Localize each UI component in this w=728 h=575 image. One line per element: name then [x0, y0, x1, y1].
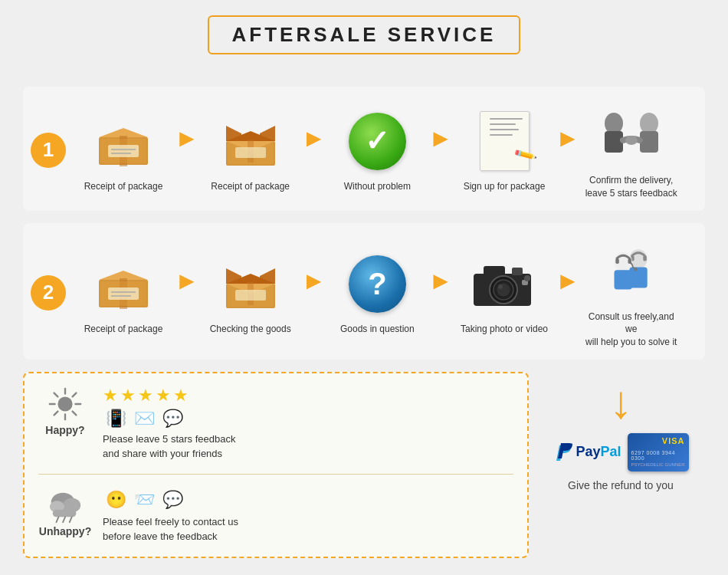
- star-3: ★: [138, 386, 153, 406]
- svg-line-60: [73, 412, 77, 416]
- svg-rect-43: [512, 268, 523, 275]
- step2-arrow-2: ►: [302, 267, 326, 295]
- step2-item-2: Checking the goods: [201, 249, 300, 336]
- down-arrow-icon: ↓: [609, 380, 632, 426]
- star-2: ★: [120, 386, 136, 406]
- svg-point-15: [605, 113, 623, 134]
- cloud-rain-icon: [47, 487, 84, 524]
- unhappy-left: Unhappy?: [38, 487, 92, 537]
- svg-rect-34: [235, 290, 266, 301]
- svg-rect-50: [614, 270, 631, 289]
- unhappy-contact-icons: 😶 📨 💬: [106, 490, 513, 510]
- step1-label-1: Receipt of package: [84, 180, 163, 193]
- step2-arrow-1: ►: [175, 267, 199, 295]
- stars-row: ★ ★ ★ ★ ★: [103, 386, 513, 406]
- step1-label-5: Confirm the delivery, leave 5 stars feed…: [585, 174, 677, 200]
- green-check-icon: ✓: [343, 107, 412, 176]
- paypal-text: Pay: [576, 444, 600, 460]
- arrow-1: ►: [175, 124, 199, 153]
- wechat-icon: 💬: [162, 490, 183, 510]
- step1-section: 1: [23, 87, 705, 211]
- svg-line-59: [54, 393, 58, 397]
- step2-item-4: Taking photo or video: [454, 249, 554, 336]
- svg-point-40: [497, 283, 510, 297]
- refund-box: ↓ PayPal VISA 6297 0008 3944 0300 PSYCHE…: [536, 372, 705, 558]
- step1-item-1: Receipt of package: [74, 107, 173, 193]
- happy-contact-icons: 📳 ✉️ 💬: [106, 409, 513, 429]
- payment-area: PayPal VISA 6297 0008 3944 0300 PSYCHEDE…: [553, 433, 688, 472]
- svg-point-44: [524, 275, 530, 281]
- step2-arrow-4: ►: [556, 267, 580, 295]
- customer-service-icon: [597, 237, 666, 306]
- step2-label-1: Receipt of package: [84, 323, 163, 336]
- blue-question-icon: ?: [343, 249, 412, 318]
- closed-box-icon: [89, 107, 158, 176]
- star-5: ★: [173, 386, 189, 406]
- svg-rect-24: [108, 288, 139, 300]
- unhappy-right: 😶 📨 💬 Please feel freely to contact us b…: [103, 487, 513, 544]
- unhappy-label: Unhappy?: [39, 525, 91, 537]
- svg-rect-18: [640, 131, 658, 153]
- svg-rect-66: [53, 510, 77, 518]
- svg-point-17: [640, 113, 658, 134]
- question-symbol: ?: [368, 268, 386, 299]
- paypal-logo: PayPal: [553, 441, 621, 464]
- step2-closed-box-icon: [89, 249, 158, 318]
- camera-icon: [470, 249, 539, 318]
- refund-label: Give the refund to you: [568, 479, 674, 491]
- step2-arrow-3: ►: [428, 267, 453, 295]
- svg-line-67: [56, 517, 58, 522]
- step1-badge: 1: [31, 133, 66, 168]
- checkmark-symbol: ✓: [365, 127, 389, 156]
- step2-open-box-icon: [216, 249, 285, 318]
- happy-left: Happy?: [38, 386, 92, 436]
- star-1: ★: [103, 386, 118, 406]
- svg-rect-51: [615, 258, 619, 263]
- step2-section: 2 Receipt of package ►: [23, 223, 705, 360]
- step1-flow: Receipt of package ►: [74, 100, 697, 200]
- svg-rect-16: [605, 131, 623, 153]
- feedback-box: Happy? ★ ★ ★ ★ ★ 📳 ✉️ 💬 Please: [23, 372, 529, 558]
- arrow-2: ►: [302, 124, 326, 153]
- handshake-icon: [597, 100, 666, 169]
- fb-divider: [38, 474, 513, 475]
- visa-label: VISA: [631, 436, 685, 445]
- card-holder-name: PSYCHEDELIC GUNNER: [631, 462, 685, 467]
- paypal-icon: [553, 441, 576, 464]
- svg-point-54: [57, 396, 72, 411]
- star-4: ★: [156, 386, 171, 406]
- step2-flow: Receipt of package ►: [74, 237, 697, 349]
- step2-item-5: Consult us freely,and we will help you t…: [582, 237, 681, 349]
- svg-rect-36: [484, 266, 505, 277]
- svg-rect-48: [643, 255, 647, 261]
- svg-point-41: [498, 284, 503, 289]
- open-box-icon: [216, 107, 285, 176]
- step1-label-4: Sign up for package: [464, 180, 546, 193]
- happy-row: Happy? ★ ★ ★ ★ ★ 📳 ✉️ 💬 Please: [38, 386, 513, 462]
- step1-item-3: ✓ Without problem: [327, 107, 427, 193]
- face-icon: 😶: [106, 490, 126, 510]
- step1-label-3: Without problem: [344, 180, 411, 193]
- happy-text: Please leave 5 stars feedback and share …: [103, 432, 513, 462]
- page-title: AFTERSALE SERVICE: [232, 23, 497, 47]
- phone-wave-icon: 📳: [106, 409, 126, 429]
- step2-label-2: Checking the goods: [210, 323, 291, 336]
- happy-label: Happy?: [45, 424, 84, 436]
- step1-item-2: Receipt of package: [201, 107, 300, 193]
- svg-rect-4: [108, 145, 139, 157]
- card-number: 6297 0008 3944 0300: [631, 450, 685, 461]
- chat-bubble-icon: 💬: [162, 409, 183, 429]
- svg-line-68: [63, 517, 65, 522]
- step2-item-1: Receipt of package: [74, 249, 173, 336]
- unhappy-text: Please feel freely to contact us before …: [103, 514, 513, 544]
- step2-label-3: Goods in question: [340, 323, 415, 336]
- step2-label-4: Taking photo or video: [461, 323, 548, 336]
- svg-line-69: [70, 517, 72, 522]
- happy-right: ★ ★ ★ ★ ★ 📳 ✉️ 💬 Please leave 5 stars fe…: [103, 386, 513, 462]
- page: AFTERSALE SERVICE 1: [0, 0, 728, 575]
- step2-label-5: Consult us freely,and we will help you t…: [582, 310, 681, 349]
- step1-item-5: Confirm the delivery, leave 5 stars feed…: [582, 100, 681, 200]
- arrow-3: ►: [428, 124, 453, 153]
- bottom-row: Happy? ★ ★ ★ ★ ★ 📳 ✉️ 💬 Please: [23, 372, 705, 558]
- step2-badge: 2: [31, 275, 66, 310]
